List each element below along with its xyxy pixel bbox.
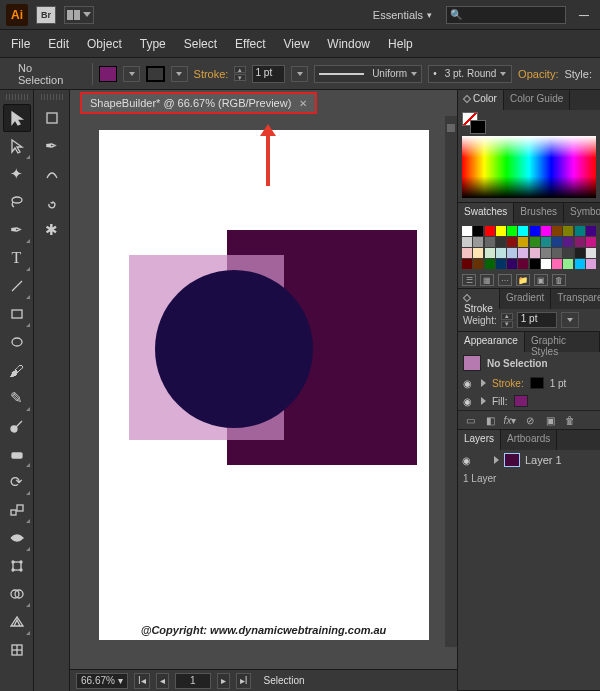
- delete-item-icon[interactable]: 🗑: [562, 413, 578, 427]
- opacity-label[interactable]: Opacity:: [518, 68, 558, 80]
- layer-name[interactable]: Layer 1: [525, 454, 562, 466]
- tab-swatches[interactable]: Swatches: [458, 203, 514, 223]
- swatch[interactable]: [530, 226, 540, 236]
- layer-disclosure-icon[interactable]: [494, 456, 499, 464]
- tab-brushes[interactable]: Brushes: [514, 203, 564, 223]
- document-tab[interactable]: ShapeBuilder* @ 66.67% (RGB/Preview) ✕: [80, 92, 317, 114]
- first-artboard-button[interactable]: I◂: [134, 673, 150, 689]
- swatch[interactable]: [496, 259, 506, 269]
- swatch[interactable]: [485, 226, 495, 236]
- swatch[interactable]: [507, 259, 517, 269]
- swatch[interactable]: [575, 226, 585, 236]
- swatch[interactable]: [473, 237, 483, 247]
- menu-object[interactable]: Object: [78, 32, 131, 56]
- delete-swatch-icon[interactable]: 🗑: [552, 274, 566, 286]
- artboard[interactable]: @Copyright: www.dynamicwebtraining.com.a…: [99, 130, 429, 640]
- swatch[interactable]: [563, 226, 573, 236]
- rotate-tool[interactable]: ⟳: [3, 468, 31, 496]
- menu-help[interactable]: Help: [379, 32, 422, 56]
- tab-appearance[interactable]: Appearance: [458, 332, 525, 352]
- swatch[interactable]: [563, 248, 573, 258]
- next-artboard-button[interactable]: ▸: [217, 673, 230, 689]
- visibility-toggle-icon[interactable]: ◉: [463, 378, 475, 389]
- swatch[interactable]: [586, 248, 596, 258]
- disclosure-icon[interactable]: [481, 397, 486, 405]
- swatch[interactable]: [485, 248, 495, 258]
- zoom-level-dropdown[interactable]: 66.67%▾: [76, 673, 128, 689]
- selection-tool[interactable]: [3, 104, 31, 132]
- tab-gradient[interactable]: Gradient: [500, 289, 551, 309]
- swatch[interactable]: [485, 237, 495, 247]
- swatch-options-icon[interactable]: ⋯: [498, 274, 512, 286]
- clear-appearance-icon[interactable]: ⊘: [522, 413, 538, 427]
- direct-selection-tool[interactable]: [3, 132, 31, 160]
- tab-color[interactable]: Color: [458, 90, 504, 110]
- artboard-number-field[interactable]: 1: [175, 673, 211, 689]
- new-color-group-icon[interactable]: 📁: [516, 274, 530, 286]
- layer-row[interactable]: ◉ Layer 1: [458, 450, 600, 470]
- swatch[interactable]: [575, 259, 585, 269]
- layer-visibility-icon[interactable]: ◉: [462, 455, 474, 466]
- vertical-scrollbar[interactable]: [445, 116, 457, 647]
- bridge-icon[interactable]: Br: [36, 6, 56, 24]
- tab-symbols[interactable]: Symbols: [564, 203, 600, 223]
- add-effect-icon[interactable]: fx▾: [502, 413, 518, 427]
- add-new-stroke-icon[interactable]: ▭: [462, 413, 478, 427]
- swatch[interactable]: [530, 259, 540, 269]
- swatch[interactable]: [586, 259, 596, 269]
- swatch[interactable]: [496, 248, 506, 258]
- blob-brush-tool[interactable]: [3, 412, 31, 440]
- swatch[interactable]: [462, 248, 472, 258]
- prev-artboard-button[interactable]: ◂: [156, 673, 169, 689]
- pen-tool[interactable]: ✒: [3, 216, 31, 244]
- variable-width-profile-dropdown[interactable]: Uniform: [314, 65, 422, 83]
- perspective-grid-tool[interactable]: [3, 608, 31, 636]
- swatch[interactable]: [473, 259, 483, 269]
- stroke-weight-spinner-panel[interactable]: ▴▾: [501, 313, 513, 328]
- appearance-fill-swatch[interactable]: [514, 395, 528, 407]
- minimize-button[interactable]: ─: [574, 7, 594, 23]
- ellipse-shape-icon[interactable]: [3, 328, 31, 356]
- type-tool[interactable]: T: [3, 244, 31, 272]
- panel-grip-icon[interactable]: [41, 94, 63, 100]
- menu-type[interactable]: Type: [131, 32, 175, 56]
- stroke-weight-dropdown[interactable]: [291, 66, 308, 82]
- swatch[interactable]: [541, 259, 551, 269]
- swatch[interactable]: [462, 259, 472, 269]
- swatch[interactable]: [563, 237, 573, 247]
- stroke-dropdown[interactable]: [171, 66, 188, 82]
- search-field[interactable]: 🔍: [446, 6, 566, 24]
- menu-edit[interactable]: Edit: [39, 32, 78, 56]
- appearance-stroke-swatch[interactable]: [530, 377, 544, 389]
- close-tab-icon[interactable]: ✕: [299, 98, 307, 109]
- fill-stroke-indicator[interactable]: [462, 112, 486, 134]
- workspace-switcher[interactable]: Essentials ▾: [367, 7, 438, 23]
- swatch[interactable]: [552, 237, 562, 247]
- stroke-label[interactable]: Stroke:: [194, 68, 229, 80]
- swatch[interactable]: [496, 226, 506, 236]
- swatch[interactable]: [541, 248, 551, 258]
- swatch[interactable]: [496, 237, 506, 247]
- swatch[interactable]: [575, 248, 585, 258]
- add-new-fill-icon[interactable]: ◧: [482, 413, 498, 427]
- swatch-libraries-icon[interactable]: ☰: [462, 274, 476, 286]
- shape-builder-tool[interactable]: [3, 580, 31, 608]
- new-swatch-icon[interactable]: ▣: [534, 274, 548, 286]
- swatch[interactable]: [518, 248, 528, 258]
- fill-color-swatch[interactable]: [99, 66, 118, 82]
- swatches-grid[interactable]: [458, 223, 600, 272]
- symbol-tool-icon[interactable]: ✱: [38, 216, 66, 244]
- stroke-weight-field[interactable]: 1 pt: [252, 65, 286, 83]
- tab-stroke[interactable]: Stroke: [458, 289, 500, 309]
- swatch[interactable]: [552, 226, 562, 236]
- swatch[interactable]: [473, 226, 483, 236]
- panel-grip-icon[interactable]: [6, 94, 28, 100]
- menu-select[interactable]: Select: [175, 32, 226, 56]
- swatch[interactable]: [586, 226, 596, 236]
- swatch[interactable]: [552, 248, 562, 258]
- line-segment-tool[interactable]: [3, 272, 31, 300]
- width-tool[interactable]: [3, 524, 31, 552]
- swatch[interactable]: [507, 226, 517, 236]
- menu-view[interactable]: View: [275, 32, 319, 56]
- menu-window[interactable]: Window: [318, 32, 379, 56]
